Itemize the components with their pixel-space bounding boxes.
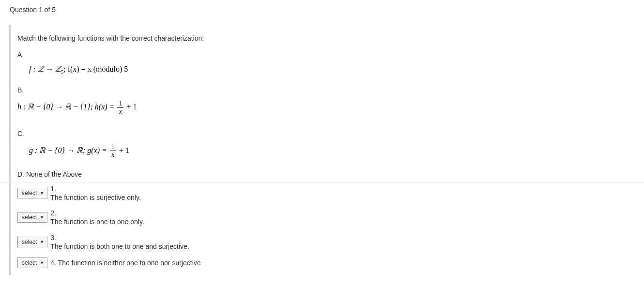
option-d-label: D. None of the Above <box>17 170 644 178</box>
formula-c-post: + 1 <box>117 146 129 154</box>
caret-down-icon: ▼ <box>40 260 44 265</box>
match-row-4: select ▼ 4. The function is neither one … <box>17 258 644 268</box>
option-c-label: C. <box>17 130 644 137</box>
select-label: select <box>22 259 37 266</box>
content-wrapper: Match the following functions with the c… <box>0 25 644 275</box>
formula-b-den: x <box>117 108 123 115</box>
formula-a-pre: f : ℤ → ℤ <box>29 65 61 73</box>
question-content: Match the following functions with the c… <box>17 25 644 275</box>
match-text-3: 3. The function is both one to one and s… <box>50 233 189 251</box>
select-label: select <box>22 214 37 221</box>
match-desc-2: The function is one to one only. <box>50 217 144 226</box>
formula-c-den: x <box>110 151 116 158</box>
formula-b-pre: h : ℝ − {0} → ℝ − {1}; h(x) = <box>17 103 116 111</box>
match-row-2: select ▼ 2. The function is one to one o… <box>17 209 644 226</box>
formula-c-num: 1 <box>110 143 116 151</box>
match-text-1: 1. The function is surjective only. <box>50 184 141 202</box>
match-num-3: 3. <box>50 233 189 242</box>
option-c-formula: g : ℝ − {0} → ℝ; g(x) = 1x + 1 <box>29 143 644 159</box>
formula-b-fraction: 1x <box>117 100 123 115</box>
match-row-1: select ▼ 1. The function is surjective o… <box>17 184 644 202</box>
match-num-2: 2. <box>50 209 144 217</box>
left-indicator-bar <box>9 25 11 275</box>
match-text-2: 2. The function is one to one only. <box>50 209 144 226</box>
question-counter: Question 1 of 5 <box>0 0 644 17</box>
formula-c-fraction: 1x <box>110 143 116 159</box>
option-a-label: A. <box>17 51 644 59</box>
formula-a-post: ; f(x) = x (modulo) 5 <box>63 65 128 73</box>
caret-down-icon: ▼ <box>40 191 44 196</box>
formula-b-post: + 1 <box>124 103 137 111</box>
option-b-formula: h : ℝ − {0} → ℝ − {1}; h(x) = 1x + 1 <box>17 100 644 115</box>
instruction-text: Match the following functions with the c… <box>17 34 644 42</box>
caret-down-icon: ▼ <box>40 240 44 244</box>
match-row-3: select ▼ 3. The function is both one to … <box>17 233 644 251</box>
select-dropdown-3[interactable]: select ▼ <box>17 237 47 247</box>
match-text-4: 4. The function is neither one to one no… <box>50 259 200 267</box>
select-dropdown-4[interactable]: select ▼ <box>17 258 47 268</box>
match-desc-1: The function is surjective only. <box>50 193 141 202</box>
select-label: select <box>22 239 37 245</box>
select-dropdown-1[interactable]: select ▼ <box>17 188 47 198</box>
select-label: select <box>22 190 37 197</box>
caret-down-icon: ▼ <box>40 215 44 220</box>
option-a-formula: f : ℤ → ℤ5; f(x) = x (modulo) 5 <box>29 64 644 75</box>
option-b-label: B. <box>17 86 644 94</box>
select-dropdown-2[interactable]: select ▼ <box>17 212 47 223</box>
match-desc-3: The function is both one to one and surj… <box>50 242 189 251</box>
match-num-1: 1. <box>50 184 141 193</box>
matching-section: select ▼ 1. The function is surjective o… <box>17 182 644 268</box>
formula-b-num: 1 <box>117 100 123 107</box>
formula-c-pre: g : ℝ − {0} → ℝ; g(x) = <box>29 146 109 154</box>
